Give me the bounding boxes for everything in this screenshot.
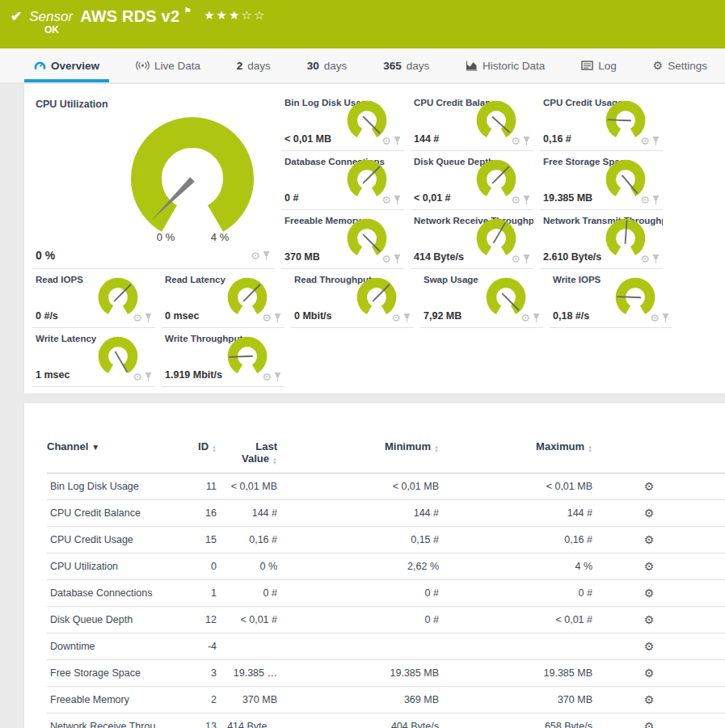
gauge-cell: Read IOPS 0 #/s ⚙ bbox=[32, 269, 155, 328]
channel-settings-gear-icon[interactable]: ⚙ bbox=[644, 667, 655, 680]
gauge-settings-gear-icon[interactable]: ⚙ bbox=[262, 371, 272, 383]
channel-settings-gear-icon[interactable]: ⚙ bbox=[644, 560, 655, 573]
gauge-settings-gear-icon[interactable]: ⚙ bbox=[262, 312, 272, 324]
gauge-value: 7,92 MB bbox=[424, 310, 462, 322]
pin-icon[interactable] bbox=[523, 137, 530, 146]
pin-icon[interactable] bbox=[145, 372, 152, 382]
tab-365-days-label: days bbox=[407, 60, 430, 72]
cell-channel[interactable]: Disk Queue Depth bbox=[47, 614, 180, 625]
sort-icon[interactable]: ▲▼ bbox=[272, 457, 277, 465]
flag-icon[interactable]: ⚑ bbox=[183, 6, 192, 16]
gauge-value: 0,18 #/s bbox=[553, 310, 589, 322]
channel-settings-gear-icon[interactable]: ⚙ bbox=[644, 533, 655, 546]
channel-settings-gear-icon[interactable]: ⚙ bbox=[644, 640, 655, 653]
gauge-settings-gear-icon[interactable]: ⚙ bbox=[511, 253, 521, 265]
cell-channel[interactable]: CPU Utilization bbox=[47, 561, 180, 572]
pin-icon[interactable] bbox=[274, 372, 281, 382]
pin-icon[interactable] bbox=[652, 196, 660, 205]
gauge-settings-gear-icon[interactable]: ⚙ bbox=[640, 253, 650, 265]
sensor-name: AWS RDS v2 bbox=[80, 7, 179, 26]
pin-icon[interactable] bbox=[523, 196, 530, 205]
sort-icon[interactable]: ▲▼ bbox=[588, 445, 592, 453]
gauge-settings-gear-icon[interactable]: ⚙ bbox=[251, 250, 260, 262]
cell-channel[interactable]: Freeable Memory bbox=[47, 694, 180, 705]
tab-2-days-number: 2 bbox=[237, 60, 243, 72]
gauge-settings-gear-icon[interactable]: ⚙ bbox=[133, 312, 142, 324]
cell-maximum: 144 # bbox=[439, 507, 592, 519]
pin-icon[interactable] bbox=[394, 137, 401, 146]
cell-channel[interactable]: Bin Log Disk Usage bbox=[47, 481, 180, 492]
pin-icon[interactable] bbox=[652, 255, 660, 264]
pin-icon[interactable] bbox=[145, 314, 152, 323]
tab-log-label: Log bbox=[598, 60, 617, 72]
cell-channel[interactable]: Database Connections bbox=[47, 587, 180, 599]
gauge-settings-gear-icon[interactable]: ⚙ bbox=[381, 253, 391, 265]
gauge-settings-gear-icon[interactable]: ⚙ bbox=[381, 135, 391, 147]
sort-desc-icon[interactable]: ▼ bbox=[91, 443, 99, 452]
channel-settings-gear-icon[interactable]: ⚙ bbox=[644, 587, 655, 600]
column-header-channel[interactable]: Channel▼ bbox=[47, 440, 180, 452]
sensor-type-label: Sensor bbox=[29, 9, 73, 25]
column-header-last-label: Last bbox=[255, 440, 277, 452]
pin-icon[interactable] bbox=[263, 251, 270, 261]
tab-30-days[interactable]: 30 days bbox=[297, 48, 357, 82]
gauge-settings-gear-icon[interactable]: ⚙ bbox=[511, 194, 521, 206]
column-header-id-label: ID bbox=[198, 440, 209, 452]
gauge-settings-gear-icon[interactable]: ⚙ bbox=[511, 135, 521, 147]
table-row: CPU Utilization 0 0 % 2,62 % 4 % ⚙ bbox=[47, 553, 725, 580]
column-header-last-value[interactable]: Last Value▲▼ bbox=[217, 440, 277, 465]
column-header-minimum[interactable]: Minimum▲▼ bbox=[277, 440, 439, 453]
cell-channel[interactable]: Network Receive Throu… bbox=[47, 721, 180, 728]
cell-channel[interactable]: Free Storage Space bbox=[47, 667, 180, 679]
tab-historic-data[interactable]: Historic Data bbox=[456, 48, 554, 82]
pin-icon[interactable] bbox=[394, 196, 401, 205]
tab-settings[interactable]: ⚙ Settings bbox=[643, 48, 717, 82]
cell-channel[interactable]: CPU Credit Balance bbox=[47, 507, 180, 519]
gauge-value: 1 msec bbox=[36, 369, 70, 381]
column-header-value-label: Value bbox=[242, 452, 269, 465]
gauge-value: < 0,01 # bbox=[414, 192, 451, 204]
gauge-settings-gear-icon[interactable]: ⚙ bbox=[640, 135, 650, 147]
tab-overview[interactable]: Overview bbox=[24, 48, 109, 82]
gauge-cell: Write IOPS 0,18 #/s ⚙ bbox=[550, 269, 672, 328]
gauge-settings-gear-icon[interactable]: ⚙ bbox=[133, 371, 142, 383]
channel-settings-gear-icon[interactable]: ⚙ bbox=[644, 507, 655, 520]
gauge-settings-gear-icon[interactable]: ⚙ bbox=[650, 312, 660, 324]
pin-icon[interactable] bbox=[652, 137, 660, 146]
status-badge: OK bbox=[44, 24, 59, 36]
pin-icon[interactable] bbox=[662, 314, 669, 323]
channel-settings-gear-icon[interactable]: ⚙ bbox=[644, 480, 655, 493]
channel-settings-gear-icon[interactable]: ⚙ bbox=[644, 613, 655, 626]
table-row: Freeable Memory 2 370 MB 369 MB 370 MB ⚙ bbox=[47, 687, 725, 713]
column-header-id[interactable]: ID▲▼ bbox=[180, 440, 217, 453]
tab-365-days[interactable]: 365 days bbox=[373, 48, 439, 82]
tab-live-data[interactable]: Live Data bbox=[126, 48, 210, 82]
channel-settings-gear-icon[interactable]: ⚙ bbox=[644, 693, 655, 706]
tab-2-days[interactable]: 2 days bbox=[227, 48, 280, 82]
cpu-utilization-gauge[interactable]: 0 % 4 % bbox=[115, 107, 270, 246]
cell-minimum: 0 # bbox=[277, 587, 439, 599]
gauge-settings-gear-icon[interactable]: ⚙ bbox=[521, 312, 530, 324]
pin-icon[interactable] bbox=[523, 255, 530, 264]
gauge-cell: Swap Usage 7,92 MB ⚙ bbox=[420, 269, 543, 328]
cell-channel[interactable]: Downtime bbox=[47, 641, 180, 652]
pin-icon[interactable] bbox=[403, 314, 411, 323]
tab-log[interactable]: Log bbox=[571, 48, 626, 82]
priority-stars[interactable]: ★★★☆☆ bbox=[204, 8, 266, 23]
pin-icon[interactable] bbox=[274, 314, 281, 323]
cell-minimum: < 0,01 MB bbox=[277, 481, 439, 492]
table-body: Bin Log Disk Usage 11 < 0,01 MB < 0,01 M… bbox=[47, 473, 725, 728]
table-row: Network Receive Throu… 13 414 Byte… 404 … bbox=[47, 713, 725, 728]
pin-icon[interactable] bbox=[533, 314, 540, 323]
column-header-maximum[interactable]: Maximum▲▼ bbox=[439, 440, 592, 453]
cell-minimum: 2,62 % bbox=[277, 561, 439, 572]
cell-channel[interactable]: CPU Credit Usage bbox=[47, 534, 180, 545]
cell-last-value: 0 % bbox=[217, 561, 277, 572]
pin-icon[interactable] bbox=[394, 255, 401, 264]
gauge-settings-gear-icon[interactable]: ⚙ bbox=[640, 194, 650, 206]
cell-id: 12 bbox=[180, 614, 217, 625]
gauge-settings-gear-icon[interactable]: ⚙ bbox=[391, 312, 401, 324]
gauge-settings-gear-icon[interactable]: ⚙ bbox=[381, 194, 391, 206]
cell-maximum: < 0,01 # bbox=[439, 614, 592, 625]
channel-settings-gear-icon[interactable]: ⚙ bbox=[644, 720, 655, 728]
